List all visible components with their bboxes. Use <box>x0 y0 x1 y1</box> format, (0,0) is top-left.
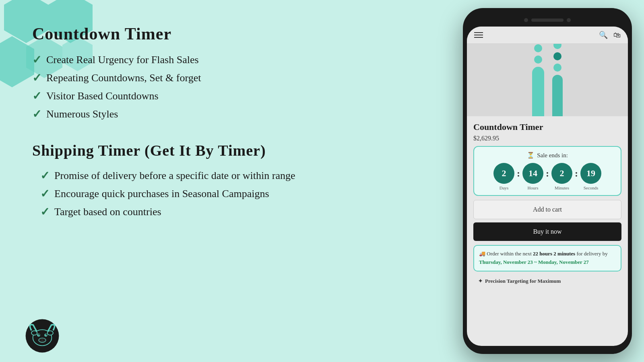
shipping-date-range: Thursday, November 23 ~ Monday, November… <box>479 259 589 265</box>
product-item-left <box>532 44 544 116</box>
timer-days-label: Days <box>500 185 509 190</box>
shipping-time-bold: 22 hours 2 minutes <box>533 251 575 257</box>
timer-seconds-label: Seconds <box>584 185 599 190</box>
check-icon: ✓ <box>32 71 41 84</box>
timer-days: 2 Days <box>493 163 514 190</box>
hamburger-line <box>474 35 483 35</box>
precision-bar: ✦ Precision Targeting for Maximum <box>473 275 621 288</box>
feature-text: Promise of delivery before a specific da… <box>54 170 295 182</box>
product-dot <box>534 56 542 64</box>
buy-now-button[interactable]: Buy it now <box>473 222 621 241</box>
feature-text: Create Real Urgency for Flash Sales <box>46 54 199 66</box>
timer-seconds: 19 Seconds <box>580 163 601 190</box>
product-stick <box>532 67 544 116</box>
check-icon: ✓ <box>40 205 50 218</box>
phone-notch <box>467 15 628 25</box>
colon-separator: : <box>516 168 521 179</box>
svg-point-6 <box>39 338 46 342</box>
hourglass-icon: ⏳ <box>527 152 535 159</box>
front-camera <box>524 18 528 22</box>
svg-point-8 <box>43 339 45 341</box>
brand-logo <box>24 318 60 354</box>
add-to-cart-button[interactable]: Add to cart <box>473 200 621 219</box>
truck-icon: 🚚 <box>479 251 485 257</box>
timer-minutes-label: Minutes <box>555 185 569 190</box>
phone-speaker <box>531 19 564 22</box>
timer-hours: 14 Hours <box>522 163 543 190</box>
svg-point-4 <box>38 334 40 336</box>
product-dot <box>553 44 561 49</box>
right-content: 🔍 🛍 <box>459 0 644 362</box>
countdown-header: ⏳ Sale ends in: <box>478 152 617 159</box>
list-item: ✓ Encourage quick purchases in Seasonal … <box>32 187 435 200</box>
product-image-area <box>467 44 628 116</box>
shipping-box: 🚚 Order within the next 22 hours 2 minut… <box>473 245 621 272</box>
section1-feature-list: ✓ Create Real Urgency for Flash Sales ✓ … <box>32 53 435 125</box>
feature-text: Numerous Styles <box>46 108 118 120</box>
check-icon: ✓ <box>32 53 41 66</box>
svg-point-10 <box>47 331 53 335</box>
list-item: ✓ Numerous Styles <box>32 107 435 121</box>
countdown-header-text: Sale ends in: <box>537 152 568 159</box>
phone-top-bar: 🔍 🛍 <box>467 27 628 44</box>
product-name: Countdown Timer <box>473 122 621 132</box>
cart-icon[interactable]: 🛍 <box>613 31 621 39</box>
product-item-right <box>552 44 563 116</box>
svg-point-7 <box>40 339 42 341</box>
feature-text: Repeating Countdowns, Set & forget <box>46 72 201 84</box>
check-icon: ✓ <box>32 107 41 121</box>
countdown-timer: 2 Days : 14 Hours : 2 Minutes <box>478 163 617 190</box>
check-icon: ✓ <box>40 169 50 182</box>
feature-text: Encourage quick purchases in Seasonal Ca… <box>54 188 269 200</box>
list-item: ✓ Target based on countries <box>32 205 435 218</box>
product-dot <box>553 64 561 72</box>
product-price: $2,629.95 <box>473 135 621 142</box>
product-stick <box>552 75 563 116</box>
feature-text: Visitor Based Countdowns <box>46 90 159 102</box>
phone-product-info: Countdown Timer $2,629.95 ⏳ Sale ends in… <box>467 116 628 293</box>
timer-days-circle: 2 <box>493 163 514 184</box>
hamburger-menu[interactable] <box>474 32 483 38</box>
list-item: ✓ Visitor Based Countdowns <box>32 89 435 103</box>
product-dot <box>553 52 561 60</box>
check-icon: ✓ <box>32 89 41 103</box>
timer-minutes-circle: 2 <box>551 163 572 184</box>
search-icon[interactable]: 🔍 <box>599 31 608 39</box>
list-item: ✓ Repeating Countdowns, Set & forget <box>32 71 435 84</box>
colon-separator: : <box>545 168 550 179</box>
phone-screen: 🔍 🛍 <box>467 27 628 346</box>
phone-mockup: 🔍 🛍 <box>463 8 632 354</box>
main-layout: Countdown Timer ✓ Create Real Urgency fo… <box>0 0 644 362</box>
timer-hours-circle: 14 <box>522 163 543 184</box>
star-icon: ✦ <box>478 278 483 284</box>
section2-title: Shipping Timer (Get It By Timer) <box>32 142 435 159</box>
section2-feature-list: ✓ Promise of delivery before a specific … <box>32 169 435 223</box>
hamburger-line <box>474 32 483 33</box>
product-visual <box>532 44 563 116</box>
logo-container <box>24 318 60 354</box>
colon-separator: : <box>574 168 579 179</box>
shipping-text-start: Order within the next <box>487 251 533 257</box>
timer-hours-label: Hours <box>528 185 539 190</box>
timer-minutes: 2 Minutes <box>551 163 572 190</box>
product-dot <box>534 44 542 52</box>
countdown-box: ⏳ Sale ends in: 2 Days : 14 Hours <box>473 146 621 196</box>
list-item: ✓ Create Real Urgency for Flash Sales <box>32 53 435 66</box>
left-content: Countdown Timer ✓ Create Real Urgency fo… <box>0 0 459 362</box>
feature-text: Target based on countries <box>54 206 161 218</box>
hamburger-line <box>474 37 483 38</box>
phone-nav-icons: 🔍 🛍 <box>599 31 621 39</box>
check-icon: ✓ <box>40 187 50 200</box>
timer-seconds-circle: 19 <box>580 163 601 184</box>
front-camera-2 <box>567 18 571 22</box>
precision-text: Precision Targeting for Maximum <box>485 278 561 284</box>
shipping-text-mid: for delivery by <box>575 251 608 257</box>
svg-point-9 <box>31 331 37 335</box>
svg-point-5 <box>45 334 47 336</box>
list-item: ✓ Promise of delivery before a specific … <box>32 169 435 182</box>
section1-title: Countdown Timer <box>32 24 435 43</box>
